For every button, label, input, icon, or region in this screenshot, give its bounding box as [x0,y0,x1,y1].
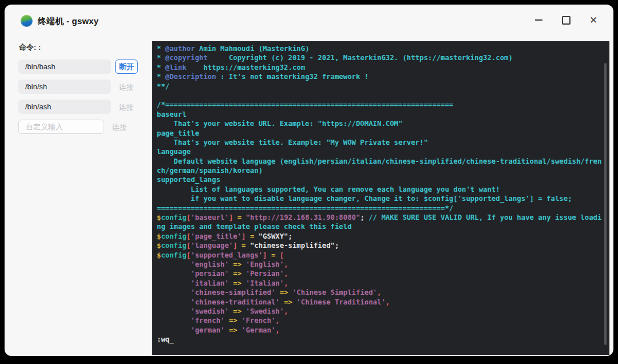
terminal-line: 'french' => 'French', [157,316,601,325]
command-rows: /bin/bash断开/bin/sh连接/bin/ash连接连接 [18,60,140,134]
maximize-icon [562,16,571,25]
title-bar: 终端机 - gswxy ✕ [5,5,613,32]
terminal-line: :wq_ [157,335,601,344]
terminal-line: page_title [157,129,601,138]
terminal-line: ========================================… [157,204,601,213]
terminal-line: supported_langs [157,175,601,184]
connect-button-1[interactable]: 连接 [115,80,138,94]
terminal-line: ch/german/spanish/korean) [157,166,601,175]
terminal-line: language [157,147,601,156]
terminal-scrollbar[interactable] [604,63,607,345]
app-window: 终端机 - gswxy ✕ 命令: : /bin/bash断开/bin/sh连接… [5,5,613,356]
terminal-lines: * @author Amin Mahmoudi (MasterkinG)* @c… [157,44,601,345]
terminal-line: 'german' => 'German', [157,326,601,335]
window-title: 终端机 - gswxy [38,16,98,27]
terminal-line: 'persian' => 'Persian', [157,269,601,278]
terminal-line: 'italian' => 'Italian', [157,279,601,288]
command-row: /bin/ash连接 [18,100,140,114]
command-value[interactable]: /bin/ash [18,100,111,114]
terminal-line: $config['language'] = "chinese-simplifie… [157,241,601,250]
terminal-line: $config['page_title'] = "GSWXY"; [157,232,601,241]
command-label: 命令: : [19,42,140,53]
terminal-line: 'english' => 'English', [157,260,601,269]
terminal-line [157,91,601,100]
terminal-line: * @Description : It's not masterking32 f… [157,72,601,81]
terminal-line: if you want to disable language changer,… [157,194,601,203]
custom-command-input[interactable] [18,120,104,134]
terminal-line: * @author Amin Mahmoudi (MasterkinG) [157,44,601,53]
terminal-line: $config['baseurl'] = "http://192.168.31.… [157,213,601,222]
terminal-line: /*======================================… [157,100,601,109]
command-row: /bin/bash断开 [18,60,140,74]
terminal-line: List of languages supported, You can rem… [157,185,601,194]
connect-button-3[interactable]: 连接 [108,120,131,134]
command-row: /bin/sh连接 [18,80,140,94]
terminal-line: * @copyright Copyright (c) 2019 - 2021, … [157,53,601,62]
disconnect-button-0[interactable]: 断开 [115,60,138,74]
minimize-button[interactable] [528,13,549,27]
terminal-line: 'chinese-simplified' => 'Chinese Simplif… [157,288,601,297]
command-value[interactable]: /bin/bash [18,60,111,74]
connect-button-2[interactable]: 连接 [115,100,138,114]
terminal-line: baseurl [157,110,601,119]
terminal-line: 'chinese-traditional' => 'Chinese Tradit… [157,298,601,307]
terminal[interactable]: * @author Amin Mahmoudi (MasterkinG)* @c… [152,41,609,355]
terminal-line: That's your website title. Example: "My … [157,138,601,147]
command-row: 连接 [18,120,140,134]
terminal-line: Default website language (english/persia… [157,157,601,166]
terminal-line: $config['supported_langs'] = [ [157,251,601,260]
close-icon: ✕ [589,15,597,25]
terminal-line: **/ [157,82,601,91]
terminal-line: * @link https://masterking32.com [157,63,601,72]
app-icon [21,15,33,27]
terminal-line: ng images and template please check this… [157,222,601,231]
command-value[interactable]: /bin/sh [18,80,111,94]
terminal-line: 'swedish' => 'Swedish', [157,307,601,316]
maximize-button[interactable] [555,13,577,27]
window-controls: ✕ [528,13,604,27]
close-button[interactable]: ✕ [583,13,604,27]
command-sidebar: 命令: : /bin/bash断开/bin/sh连接/bin/ash连接连接 [18,40,140,140]
minimize-icon [535,19,542,21]
terminal-line: That's your website URL. Example: "https… [157,119,601,128]
